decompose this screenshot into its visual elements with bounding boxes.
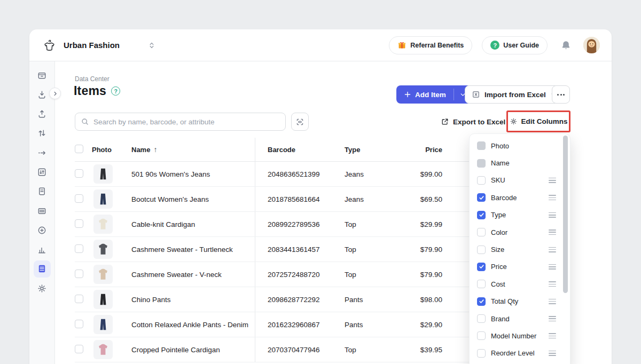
row-checkbox[interactable] bbox=[75, 345, 83, 353]
column-checkbox[interactable] bbox=[477, 263, 486, 271]
column-checkbox[interactable] bbox=[477, 349, 486, 358]
item-barcode: 2018785681664 bbox=[255, 187, 341, 211]
column-checkbox[interactable] bbox=[477, 331, 486, 340]
scan-icon bbox=[295, 117, 304, 126]
item-name: Cotton Relaxed Ankle Pants - Denim bbox=[131, 321, 255, 329]
column-toggle-size[interactable]: Size bbox=[470, 241, 570, 258]
notifications-bell-icon[interactable] bbox=[560, 39, 572, 51]
column-checkbox[interactable] bbox=[477, 193, 486, 202]
sidebar-item-stock-in[interactable] bbox=[34, 86, 51, 103]
export-to-excel-button[interactable]: Export to Excel bbox=[441, 115, 505, 128]
drag-handle-icon[interactable] bbox=[549, 299, 556, 304]
column-checkbox[interactable] bbox=[477, 176, 486, 185]
item-price: $79.90 bbox=[395, 246, 442, 254]
drag-handle-icon[interactable] bbox=[549, 212, 556, 218]
barcode-scan-button[interactable] bbox=[291, 113, 309, 131]
column-header-photo: Photo bbox=[92, 146, 131, 154]
row-checkbox[interactable] bbox=[75, 194, 83, 203]
select-all-checkbox[interactable] bbox=[75, 145, 83, 153]
sidebar-expand-button[interactable] bbox=[49, 88, 61, 99]
sidebar-item-transfer[interactable] bbox=[34, 125, 51, 142]
column-toggle-model-number[interactable]: Model Number bbox=[470, 327, 570, 344]
drag-handle-icon[interactable] bbox=[549, 247, 556, 252]
drag-handle-icon[interactable] bbox=[549, 333, 556, 338]
sidebar-item-reports[interactable] bbox=[34, 241, 51, 258]
column-label: Price bbox=[491, 263, 543, 271]
export-icon bbox=[441, 117, 449, 126]
column-toggle-cost[interactable]: Cost bbox=[470, 275, 570, 292]
row-checkbox[interactable] bbox=[75, 320, 83, 328]
column-header-barcode[interactable]: Barcode bbox=[255, 138, 341, 161]
sidebar-item-stock-out[interactable] bbox=[34, 106, 51, 123]
drag-handle-icon[interactable] bbox=[549, 195, 556, 200]
drag-handle-icon[interactable] bbox=[549, 264, 556, 270]
workspace-switcher-icon[interactable] bbox=[147, 41, 156, 50]
add-item-split-button[interactable]: Add Item bbox=[396, 85, 472, 104]
column-toggle-photo: Photo bbox=[470, 137, 570, 154]
column-label: Cost bbox=[491, 280, 543, 288]
row-checkbox[interactable] bbox=[75, 295, 83, 303]
drag-handle-icon[interactable] bbox=[549, 351, 556, 356]
column-toggle-barcode[interactable]: Barcode bbox=[470, 189, 570, 206]
item-type: Jeans bbox=[341, 195, 395, 203]
column-toggle-total-qty[interactable]: Total Qty bbox=[470, 293, 570, 310]
column-toggle-color[interactable]: Color bbox=[470, 224, 570, 241]
excel-file-icon bbox=[472, 90, 480, 99]
drag-handle-icon[interactable] bbox=[549, 178, 556, 183]
user-avatar[interactable] bbox=[583, 37, 600, 53]
sort-ascending-icon: ↑ bbox=[153, 145, 157, 154]
column-toggle-reorder-level[interactable]: Reorder Level bbox=[470, 345, 570, 362]
add-item-label: Add Item bbox=[415, 91, 446, 99]
column-header-price[interactable]: Price bbox=[395, 146, 442, 154]
help-icon[interactable]: ? bbox=[111, 86, 120, 96]
bar-chart-icon bbox=[37, 244, 47, 255]
sidebar-item-move[interactable] bbox=[34, 144, 51, 161]
referral-benefits-button[interactable]: Referral Benefits bbox=[389, 36, 472, 54]
referral-benefits-label: Referral Benefits bbox=[410, 42, 464, 49]
drag-handle-icon[interactable] bbox=[549, 230, 556, 235]
sidebar-item-documents[interactable] bbox=[34, 183, 51, 200]
more-options-button[interactable] bbox=[552, 85, 570, 104]
column-checkbox[interactable] bbox=[477, 280, 486, 288]
item-type: Top bbox=[341, 346, 395, 354]
column-checkbox bbox=[477, 141, 486, 150]
item-name: 501 90s Women's Jeans bbox=[131, 170, 255, 178]
drag-handle-icon[interactable] bbox=[549, 316, 556, 321]
drag-handle-icon[interactable] bbox=[549, 281, 556, 287]
column-toggle-type[interactable]: Type bbox=[470, 207, 570, 224]
item-price: $29.99 bbox=[395, 220, 442, 228]
sidebar-item-settings[interactable] bbox=[34, 280, 51, 297]
sidebar-item-data-center[interactable] bbox=[34, 260, 51, 278]
import-from-excel-button[interactable]: Import from Excel bbox=[465, 85, 564, 104]
column-toggle-sku[interactable]: SKU bbox=[470, 172, 570, 189]
column-checkbox[interactable] bbox=[477, 297, 486, 306]
column-label: Barcode bbox=[491, 194, 543, 202]
column-header-name[interactable]: Name ↑ bbox=[131, 145, 255, 154]
sidebar-item-add-new[interactable] bbox=[34, 221, 51, 239]
search-input[interactable] bbox=[75, 113, 286, 131]
product-photo bbox=[93, 265, 113, 284]
column-checkbox[interactable] bbox=[477, 246, 486, 254]
edit-columns-label: Edit Columns bbox=[521, 117, 568, 125]
transfer-icon bbox=[37, 128, 47, 138]
sidebar-item-storage[interactable] bbox=[34, 67, 51, 84]
column-toggle-brand[interactable]: Brand bbox=[470, 310, 570, 327]
column-header-type[interactable]: Type bbox=[341, 146, 395, 154]
adjust-icon bbox=[37, 167, 47, 177]
column-checkbox bbox=[477, 159, 486, 168]
panel-scrollbar[interactable] bbox=[563, 136, 568, 293]
user-guide-button[interactable]: ? User Guide bbox=[482, 36, 548, 54]
column-toggle-price[interactable]: Price bbox=[470, 258, 570, 275]
item-price: $29.90 bbox=[395, 321, 442, 329]
row-checkbox[interactable] bbox=[75, 169, 83, 178]
sidebar-item-labels[interactable] bbox=[34, 202, 51, 219]
column-checkbox[interactable] bbox=[477, 228, 486, 236]
row-checkbox[interactable] bbox=[75, 244, 83, 253]
column-checkbox[interactable] bbox=[477, 314, 486, 323]
row-checkbox[interactable] bbox=[75, 219, 83, 228]
column-toggle-name: Name bbox=[470, 154, 570, 171]
sidebar-item-adjust[interactable] bbox=[34, 163, 51, 180]
edit-columns-button-highlighted[interactable]: Edit Columns bbox=[506, 110, 570, 132]
column-checkbox[interactable] bbox=[477, 211, 486, 219]
row-checkbox[interactable] bbox=[75, 270, 83, 278]
